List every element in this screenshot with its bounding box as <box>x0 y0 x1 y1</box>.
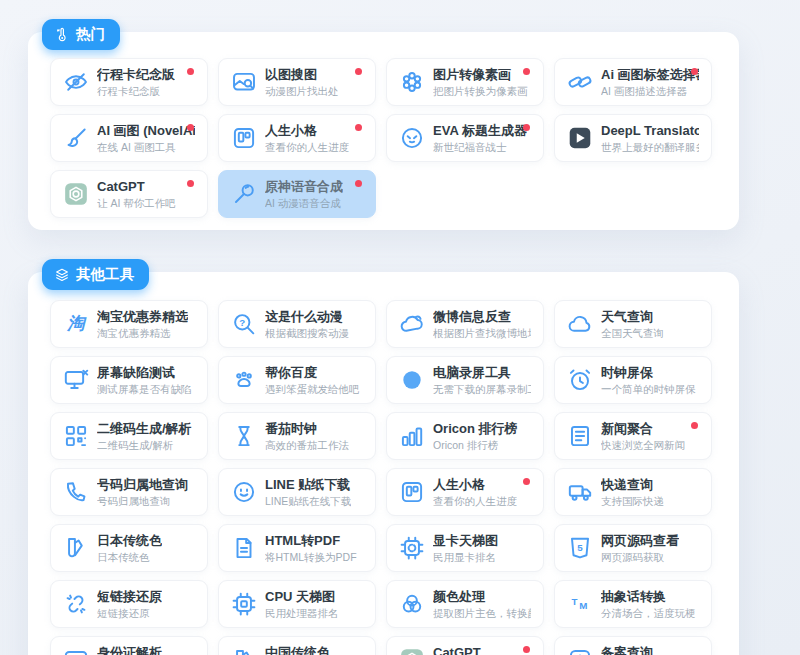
tool-card-title: 番茄时钟 <box>265 421 349 437</box>
tool-card-subtitle: 把图片转换为像素画 <box>433 84 528 98</box>
tool-card[interactable]: 备案查询 查询网站备案信息 <box>554 636 712 655</box>
tool-card-subtitle: Oricon 排行榜 <box>433 438 518 452</box>
tool-card[interactable]: 新闻聚合 快速浏览全网新闻 <box>554 412 712 460</box>
new-badge-dot <box>523 68 530 75</box>
tool-card-title: CatGPT <box>433 645 512 655</box>
tool-card-subtitle: 让 AI 帮你工作吧 <box>97 196 176 210</box>
tool-card-subtitle: AI 画图描述选择器 <box>601 84 699 98</box>
tool-card-subtitle: 分清场合，适度玩梗 <box>601 606 696 620</box>
svg-text:淘: 淘 <box>66 313 87 333</box>
tool-card[interactable]: 以图搜图 动漫图片找出处 <box>218 58 376 106</box>
tool-card[interactable]: AI 画图 (NovelAi) 在线 AI 画图工具 <box>50 114 208 162</box>
other-tools-grid: 淘 淘宝优惠券精选 淘宝优惠券精选 ? 这是什么动漫 根据截图搜索动漫 微博信息… <box>50 300 717 655</box>
tool-card-title: 行程卡纪念版 <box>97 67 175 83</box>
tool-card[interactable]: 短链接还原 短链接还原 <box>50 580 208 628</box>
tool-card[interactable]: 电脑录屏工具 无需下载的屏幕录制工具 <box>386 356 544 404</box>
tool-card[interactable]: 人生小格 查看你的人生进度 <box>218 114 376 162</box>
section-hot: 热门 行程卡纪念版 行程卡纪念版 以图搜图 动漫图片找出处 图片转像素画 把图片… <box>28 32 739 230</box>
tool-card-subtitle: 遇到笨蛋就发给他吧 <box>265 382 360 396</box>
tool-card-subtitle: LINE贴纸在线下载 <box>265 494 351 508</box>
tool-card[interactable]: 微博信息反查 根据图片查找微博地址 <box>386 300 544 348</box>
new-badge-dot <box>523 478 530 485</box>
tool-card-title: 二维码生成/解析 <box>97 421 192 437</box>
tool-card[interactable]: 显卡天梯图 民用显卡排名 <box>386 524 544 572</box>
tool-card-title: 淘宝优惠券精选 <box>97 309 188 325</box>
bar-chart-icon <box>399 423 425 449</box>
tool-card[interactable]: LINE 贴纸下载 LINE贴纸在线下载 <box>218 468 376 516</box>
document-icon <box>231 535 257 561</box>
tool-card-title: CatGPT <box>97 179 176 195</box>
tool-card-subtitle: 行程卡纪念版 <box>97 84 175 98</box>
tool-card-subtitle: 根据截图搜索动漫 <box>265 326 349 340</box>
new-badge-dot <box>355 68 362 75</box>
tool-card[interactable]: 快递查询 支持国际快递 <box>554 468 712 516</box>
other-tools-badge-label: 其他工具 <box>76 265 134 284</box>
tool-card-subtitle: 网页源码获取 <box>601 550 679 564</box>
tool-card[interactable]: 淘 淘宝优惠券精选 淘宝优惠券精选 <box>50 300 208 348</box>
tool-card[interactable]: CatGPT 让 AI 帮你工作吧 <box>386 636 544 655</box>
tool-card[interactable]: 行程卡纪念版 行程卡纪念版 <box>50 58 208 106</box>
tool-card[interactable]: 帮你百度 遇到笨蛋就发给他吧 <box>218 356 376 404</box>
tool-card-title: 帮你百度 <box>265 365 360 381</box>
tool-card[interactable]: TM 抽象话转换 分清场合，适度玩梗 <box>554 580 712 628</box>
cloud-icon <box>567 311 593 337</box>
tool-card[interactable]: 人生小格 查看你的人生进度 <box>386 468 544 516</box>
tool-card[interactable]: DeepL Translator 世界上最好的翻译服务 <box>554 114 712 162</box>
tool-card[interactable]: CPU 天梯图 民用处理器排名 <box>218 580 376 628</box>
tool-card[interactable]: 时钟屏保 一个简单的时钟屏保 <box>554 356 712 404</box>
tool-card-title: 号码归属地查询 <box>97 477 188 493</box>
tool-card[interactable]: 号码归属地查询 号码归属地查询 <box>50 468 208 516</box>
monitor-x-icon <box>63 367 89 393</box>
tool-card[interactable]: Oricon 排行榜 Oricon 排行榜 <box>386 412 544 460</box>
tool-card-title: HTML转PDF <box>265 533 357 549</box>
tool-card[interactable]: 5 网页源码查看 网页源码获取 <box>554 524 712 572</box>
tool-card[interactable]: 屏幕缺陷测试 测试屏幕是否有缺陷 <box>50 356 208 404</box>
tool-card-subtitle: 动漫图片找出处 <box>265 84 339 98</box>
tool-card-title: 时钟屏保 <box>601 365 696 381</box>
tool-card[interactable]: Ai 画图标签选择器 AI 画图描述选择器 <box>554 58 712 106</box>
tool-card-subtitle: 全国天气查询 <box>601 326 664 340</box>
tool-card[interactable]: HTML转PDF 将HTML转换为PDF <box>218 524 376 572</box>
tool-card[interactable]: 图片转像素画 把图片转换为像素画 <box>386 58 544 106</box>
tool-card-subtitle: 新世纪福音战士 <box>433 140 527 154</box>
tool-card-subtitle: 在线 AI 画图工具 <box>97 140 195 154</box>
openai-icon <box>63 181 89 207</box>
section-other-tools: 其他工具 淘 淘宝优惠券精选 淘宝优惠券精选 ? 这是什么动漫 根据截图搜索动漫… <box>28 272 739 655</box>
paw-icon <box>231 367 257 393</box>
tool-card-subtitle: AI 动漫语音合成 <box>265 196 343 210</box>
tool-card[interactable]: CatGPT 让 AI 帮你工作吧 <box>50 170 208 218</box>
new-badge-dot <box>355 124 362 131</box>
tags-icon <box>567 69 593 95</box>
tool-card-title: Ai 画图标签选择器 <box>601 67 699 83</box>
tool-card[interactable]: 番茄时钟 高效的番茄工作法 <box>218 412 376 460</box>
weibo-cloud-icon <box>399 311 425 337</box>
id-card-icon <box>63 647 89 655</box>
tool-card[interactable]: 天气查询 全国天气查询 <box>554 300 712 348</box>
cpu-chip-icon <box>231 591 257 617</box>
thermometer-icon <box>54 27 70 43</box>
tool-card[interactable]: 原神语音合成 AI 动漫语音合成 <box>218 170 376 218</box>
tool-card-title: 新闻聚合 <box>601 421 685 437</box>
tool-card-title: 这是什么动漫 <box>265 309 349 325</box>
new-badge-dot <box>355 180 362 187</box>
new-badge-dot <box>691 422 698 429</box>
tool-card[interactable]: 二维码生成/解析 二维码生成/解析 <box>50 412 208 460</box>
layers-icon <box>54 267 70 283</box>
tool-card[interactable]: 颜色处理 提取图片主色，转换颜... <box>386 580 544 628</box>
tool-card[interactable]: ? 这是什么动漫 根据截图搜索动漫 <box>218 300 376 348</box>
tool-card[interactable]: EVA 标题生成器 新世纪福音战士 <box>386 114 544 162</box>
tool-card[interactable]: 中国传统色 中国传统色 <box>218 636 376 655</box>
tool-card-title: 天气查询 <box>601 309 664 325</box>
svg-text:?: ? <box>239 317 245 328</box>
eye-off-icon <box>63 69 89 95</box>
tm-icon: TM <box>567 591 593 617</box>
tool-card[interactable]: 身份证解析 身份证号码解析/生成 <box>50 636 208 655</box>
tool-card-title: 中国传统色 <box>265 645 330 655</box>
new-badge-dot <box>691 68 698 75</box>
qr-code-icon <box>63 423 89 449</box>
tool-card-subtitle: 高效的番茄工作法 <box>265 438 349 452</box>
tool-card[interactable]: 日本传统色 日本传统色 <box>50 524 208 572</box>
taobao-icon: 淘 <box>63 311 89 337</box>
search-question-icon: ? <box>231 311 257 337</box>
tool-card-title: 电脑录屏工具 <box>433 365 531 381</box>
